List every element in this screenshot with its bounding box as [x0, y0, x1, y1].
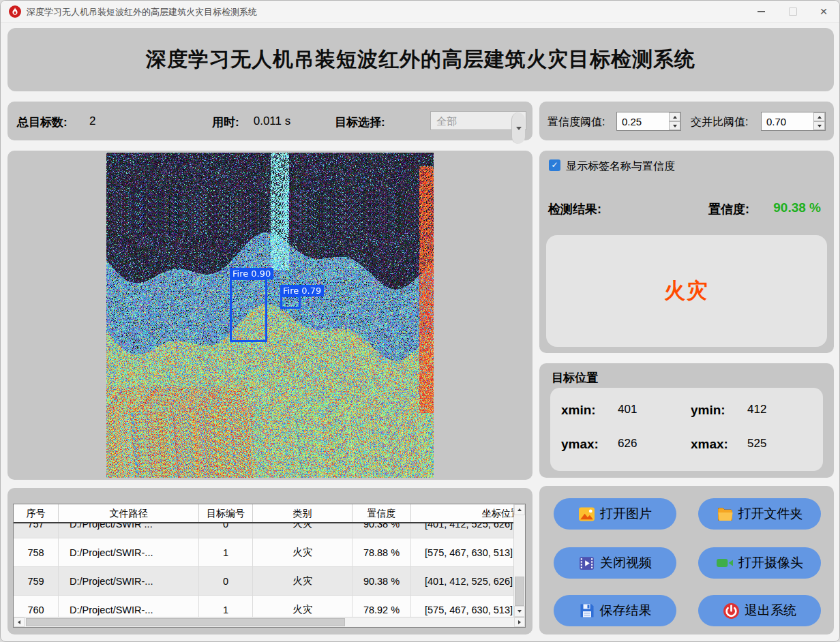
vertical-scroll-thumb[interactable]: [515, 577, 524, 606]
xmax-label: xmax:: [691, 437, 728, 452]
cell-index[interactable]: 760: [14, 596, 59, 617]
cell-filepath[interactable]: D:/Project/SWIR-...: [59, 538, 199, 566]
confidence-threshold-label: 置信度阈值:: [548, 115, 605, 129]
actions-panel: 打开图片 打开文件夹 关闭视频 打开摄像头 保存结果 退出系统: [539, 486, 834, 635]
show-labels-checkbox[interactable]: ✓: [549, 159, 560, 171]
target-position-box: xmin: 401 ymin: 412 ymax: 626 xmax: 525: [550, 388, 823, 471]
cell-confidence[interactable]: 90.38 %: [352, 567, 411, 595]
open-camera-label: 打开摄像头: [738, 554, 803, 572]
header-filepath[interactable]: 文件路径: [59, 504, 199, 522]
detection-box-2-label: Fire 0.79: [280, 285, 324, 296]
vertical-scrollbar[interactable]: [513, 504, 525, 617]
minimize-button[interactable]: [745, 1, 777, 22]
xmax-value: 525: [747, 437, 766, 450]
target-select-label: 目标选择:: [335, 114, 385, 130]
spin-down-button[interactable]: [669, 121, 680, 130]
open-image-button[interactable]: 打开图片: [554, 498, 676, 530]
dropdown-button[interactable]: [511, 112, 525, 144]
cell-index[interactable]: 758: [14, 538, 59, 566]
spin-up-button[interactable]: [813, 112, 825, 121]
chevron-down-icon: [516, 127, 522, 130]
cell-filepath[interactable]: D:/Project/SWIR ...: [59, 523, 199, 538]
swir-image: Fire 0.90 Fire 0.79: [106, 153, 434, 478]
stats-bar: 总目标数: 2 用时: 0.011 s 目标选择: 全部: [7, 102, 532, 140]
cell-class[interactable]: 火灾: [253, 523, 352, 538]
open-folder-button[interactable]: 打开文件夹: [698, 498, 821, 530]
results-table: 序号 文件路径 目标编号 类别 置信度 坐标位置 757 D:/Project/…: [13, 504, 526, 628]
horizontal-scroll-thumb[interactable]: [26, 618, 345, 626]
scroll-left-button[interactable]: [14, 617, 25, 627]
iou-threshold-value: 0.70: [766, 116, 786, 127]
header-confidence[interactable]: 置信度: [352, 504, 411, 522]
target-select-value: 全部: [436, 115, 457, 128]
table-row[interactable]: 758 D:/Project/SWIR-... 1 火灾 78.88 % [57…: [14, 538, 513, 567]
detection-result-panel: ✓ 显示标签名称与置信度 检测结果: 置信度: 90.38 % 火灾: [539, 151, 834, 353]
cell-target-id[interactable]: 1: [199, 596, 253, 617]
image-icon: [578, 506, 595, 523]
save-results-label: 保存结果: [600, 602, 652, 620]
detection-box-2: Fire 0.79: [280, 295, 301, 309]
cell-confidence[interactable]: 78.88 %: [352, 538, 411, 566]
table-row[interactable]: 759 D:/Project/SWIR-... 0 火灾 90.38 % [40…: [14, 567, 513, 596]
result-confidence-value: 90.38 %: [740, 200, 821, 215]
cell-class[interactable]: 火灾: [253, 596, 352, 617]
cell-target-id[interactable]: 1: [199, 538, 253, 566]
detected-class-name: 火灾: [664, 277, 709, 305]
image-panel: Fire 0.90 Fire 0.79: [7, 151, 532, 480]
close-button[interactable]: ×: [808, 1, 839, 22]
header-target-id[interactable]: 目标编号: [199, 504, 253, 522]
titlebar: 深度学习无人机吊装短波红外的高层建筑火灾目标检测系统 ×: [1, 1, 839, 23]
table-row[interactable]: 757 D:/Project/SWIR ... 0 火灾 90.38 % [40…: [14, 523, 513, 538]
cell-target-id[interactable]: 0: [199, 523, 253, 538]
total-targets-value: 2: [89, 114, 95, 128]
app-window: 深度学习无人机吊装短波红外的高层建筑火灾目标检测系统 × 深度学习无人机吊装短波…: [0, 0, 840, 642]
cell-coordinates[interactable]: [575, 467, 630, 513]: [411, 538, 513, 566]
exit-system-button[interactable]: 退出系统: [698, 595, 821, 626]
ymin-value: 412: [747, 403, 766, 416]
ymax-label: ymax:: [561, 437, 599, 452]
open-folder-label: 打开文件夹: [738, 505, 803, 523]
close-icon: ×: [820, 5, 827, 18]
cell-filepath[interactable]: D:/Project/SWIR-...: [59, 567, 199, 595]
scroll-up-button[interactable]: [514, 504, 525, 515]
detection-box-1-label: Fire 0.90: [230, 268, 273, 279]
maximize-icon: [789, 7, 797, 16]
close-video-button[interactable]: 关闭视频: [554, 547, 676, 579]
table-row[interactable]: 760 D:/Project/SWIR-... 1 火灾 78.92 % [57…: [14, 596, 513, 617]
confidence-threshold-spinbox[interactable]: 0.25: [616, 112, 681, 131]
header-index[interactable]: 序号: [14, 504, 59, 522]
open-camera-button[interactable]: 打开摄像头: [698, 547, 821, 579]
horizontal-scrollbar[interactable]: [14, 617, 525, 627]
show-labels-checkbox-label: 显示标签名称与置信度: [566, 159, 675, 174]
cell-coordinates[interactable]: [401, 412, 525, 626]: [411, 523, 513, 538]
cell-index[interactable]: 757: [14, 523, 59, 538]
spin-buttons: [813, 112, 825, 130]
spin-up-icon: [673, 116, 677, 119]
page-title: 深度学习无人机吊装短波红外的高层建筑火灾目标检测系统: [146, 46, 695, 74]
save-results-button[interactable]: 保存结果: [554, 595, 676, 626]
target-select-dropdown[interactable]: 全部: [430, 111, 526, 130]
cell-filepath[interactable]: D:/Project/SWIR-...: [59, 596, 199, 617]
scroll-down-button[interactable]: [514, 606, 525, 617]
spin-up-button[interactable]: [669, 112, 680, 121]
cell-confidence[interactable]: 78.92 %: [352, 596, 411, 617]
cell-confidence[interactable]: 90.38 %: [352, 523, 411, 538]
scroll-right-button[interactable]: [514, 617, 525, 627]
header-coordinates[interactable]: 坐标位置: [411, 504, 513, 522]
header-class[interactable]: 类别: [253, 504, 352, 522]
ymin-label: ymin:: [691, 403, 725, 418]
confidence-threshold-value: 0.25: [622, 116, 642, 127]
spin-down-button[interactable]: [813, 121, 825, 130]
maximize-button[interactable]: [777, 1, 809, 22]
xmin-label: xmin:: [561, 403, 596, 418]
iou-threshold-spinbox[interactable]: 0.70: [761, 112, 826, 131]
cell-class[interactable]: 火灾: [253, 567, 352, 595]
title-banner: 深度学习无人机吊装短波红外的高层建筑火灾目标检测系统: [7, 28, 834, 91]
cell-coordinates[interactable]: [575, 467, 630, 513]: [411, 596, 513, 617]
cell-index[interactable]: 759: [14, 567, 59, 595]
total-targets-label: 总目标数:: [17, 114, 68, 130]
cell-target-id[interactable]: 0: [199, 567, 253, 595]
table-body: 757 D:/Project/SWIR ... 0 火灾 90.38 % [40…: [14, 523, 513, 617]
cell-class[interactable]: 火灾: [253, 538, 352, 566]
cell-coordinates[interactable]: [401, 412, 525, 626]: [411, 567, 513, 595]
